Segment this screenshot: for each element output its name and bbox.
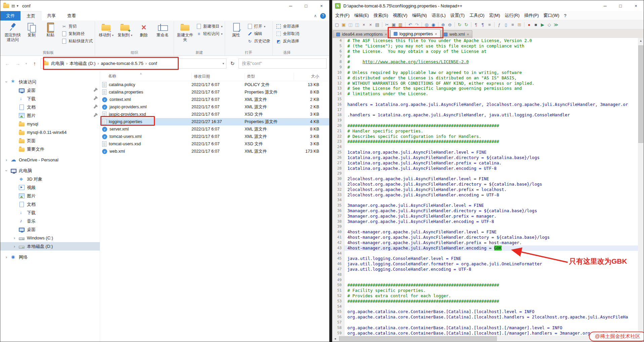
word-wrap-icon[interactable]: ¶ [473, 22, 479, 28]
macro-run-multiple-icon[interactable]: ≫ [553, 22, 559, 28]
help-icon[interactable]: ? [320, 13, 326, 19]
copy-button[interactable]: 复制 [23, 21, 41, 37]
file-row-tomcat-users.xsd[interactable]: tomcat-users.xsd2022/1/17 6:07XSD 文件3 KB [100, 140, 329, 148]
redo-icon[interactable]: ↷ [414, 22, 420, 28]
menu-宏(M)[interactable]: 宏(M) [487, 12, 503, 18]
expander-icon[interactable]: › [12, 244, 16, 249]
select-none-button[interactable]: 全部取消 [276, 31, 299, 37]
file-row-catalina.properties[interactable]: catalina.properties2022/1/17 6:07Propert… [100, 88, 329, 96]
sidebar-item-mysql-8[interactable]: mysql-8.0.11-winx64 [0, 128, 100, 137]
new-file-icon[interactable]: ▢ [334, 22, 340, 28]
back-icon[interactable]: ← [3, 61, 12, 66]
sync-horizontal-icon[interactable]: ↻ [463, 22, 469, 28]
menu-文件(F)[interactable]: 文件(F) [333, 12, 352, 18]
expander-icon[interactable]: › [4, 157, 8, 162]
up-icon[interactable]: ↑ [30, 61, 39, 66]
sidebar-item-this-pc[interactable]: ›此电脑 [0, 166, 100, 175]
menu-?[interactable]: ? [562, 13, 569, 18]
expander-icon[interactable]: › [4, 169, 9, 173]
undo-icon[interactable]: ↶ [407, 22, 413, 28]
file-row-context.xml[interactable]: econtext.xml2022/1/17 6:07XML 源文件2 KB [100, 96, 329, 103]
macro-record-icon[interactable]: ● [526, 22, 532, 28]
paste-shortcut-button[interactable]: 粘贴快捷方式 [61, 38, 93, 44]
npp-editor[interactable]: 4# The ASF licenses this file to You und… [332, 38, 638, 336]
tab-view[interactable]: 查看 [61, 11, 82, 21]
tab-home[interactable]: 主页 [20, 11, 41, 21]
open-button[interactable]: 打开▾ [247, 24, 270, 29]
macro-play-icon[interactable]: ▶ [540, 22, 546, 28]
move-to-button[interactable]: → 移动到 ▾ [97, 21, 115, 38]
sidebar-item-important[interactable]: 重要文件 [0, 145, 100, 153]
qat-icon[interactable]: ▤ [11, 4, 15, 8]
sidebar-item-pages[interactable]: 页面 [0, 137, 100, 145]
maximize-button[interactable]: □ [298, 0, 314, 11]
sidebar-item-pictures[interactable]: 图片 [0, 192, 100, 200]
qat-dropdown-icon[interactable]: ▾ [16, 4, 18, 8]
scroll-up-icon[interactable]: ▲ [638, 38, 644, 43]
new-item-button[interactable]: 新建项目▾ [196, 24, 223, 29]
doc-map-icon[interactable]: ▯ [503, 22, 509, 28]
save-icon[interactable]: ◫ [347, 22, 353, 28]
sidebar-item-downloads-pinned[interactable]: 下载 [0, 94, 100, 103]
easy-access-button[interactable]: ≡轻松访问▾ [196, 31, 223, 37]
sidebar-item-onedrive[interactable]: ›OneDrive - Personal [0, 156, 100, 164]
copy-icon[interactable]: ▣ [391, 22, 397, 28]
crumb-2[interactable]: apache-tomcat-8.5.75 [101, 61, 143, 66]
crumb-1[interactable]: 本地磁盘 (D:) [70, 61, 95, 67]
close-button[interactable]: × [314, 0, 329, 11]
file-row-server.xml[interactable]: eserver.xml2022/1/17 6:07XML 源文件8 KB [100, 125, 329, 133]
close-all-icon[interactable]: × [368, 22, 374, 28]
history-button[interactable]: ↻历史记录 [247, 38, 270, 44]
quick-access-toolbar[interactable]: ▤ ▾ [11, 4, 18, 8]
address-bar[interactable]: 此电脑›本地磁盘 (D:)›apache-tomcat-8.5.75›conf … [41, 59, 226, 69]
crumb-3[interactable]: conf [149, 61, 157, 66]
refresh-icon[interactable]: ↻ [228, 61, 237, 67]
expander-icon[interactable]: › [4, 80, 9, 84]
tab-share[interactable]: 共享 [41, 11, 61, 21]
notepad-close-button[interactable]: × [628, 0, 644, 11]
sidebar-item-mysql[interactable]: mysql [0, 120, 100, 128]
column-header-size[interactable]: 大小 [294, 73, 323, 80]
tab-file[interactable]: 文件 [0, 11, 20, 21]
sidebar-item-quick-access[interactable]: ›快速访问 [0, 78, 100, 86]
sidebar-item-desktop-pinned[interactable]: 桌面 [0, 86, 100, 94]
zoom-out-icon[interactable]: ⊖ [447, 22, 453, 28]
zoom-in-icon[interactable]: ⊕ [440, 22, 446, 28]
expander-icon[interactable]: › [12, 235, 16, 240]
function-list-icon[interactable]: ƒ [496, 22, 502, 28]
tab-close-icon[interactable]: × [467, 32, 469, 36]
copy-to-button[interactable]: + 复制到 ▾ [116, 21, 134, 38]
sidebar-item-pictures-pinned[interactable]: 图片 [0, 111, 100, 120]
paste-button[interactable]: 粘贴 [41, 21, 59, 37]
forward-icon[interactable]: → [13, 61, 22, 66]
close-doc-icon[interactable]: × [361, 22, 367, 28]
minimize-button[interactable]: ─ [283, 0, 298, 11]
macro-save-icon[interactable]: ◇ [546, 22, 552, 28]
edit-button[interactable]: 编辑 [247, 31, 270, 37]
save-all-icon[interactable]: ◫ [354, 22, 360, 28]
file-row-jaspic-providers.xsd[interactable]: jaspic-providers.xsd2022/1/17 6:07XSD 文件… [100, 111, 329, 118]
doc-tab-web.xml[interactable]: web.xml× [440, 30, 472, 38]
address-dropdown-icon[interactable]: ▾ [222, 62, 224, 65]
properties-button[interactable]: ✓ 属性 [227, 21, 245, 37]
doc-tab-logging.properties[interactable]: logging.properties× [390, 29, 440, 38]
tab-close-icon[interactable]: × [385, 32, 387, 36]
select-all-button[interactable]: 全部选择 [276, 24, 299, 29]
menu-语言(L)[interactable]: 语言(L) [429, 12, 448, 18]
cut-icon[interactable]: ✂ [384, 22, 390, 28]
column-header-type[interactable]: 类型 [245, 73, 294, 80]
column-header-date[interactable]: 修改日期 [191, 73, 245, 80]
horizontal-scroll-thumb[interactable] [339, 336, 497, 341]
paste-icon[interactable]: ▥ [397, 22, 403, 28]
print-icon[interactable]: ▤ [374, 22, 380, 28]
doc-list-icon[interactable]: ≡ [510, 22, 516, 28]
file-row-catalina.policy[interactable]: catalina.policy2022/1/17 6:07POLICY 文件13… [100, 81, 329, 88]
vertical-scrollbar[interactable]: ▲ ▼ [638, 38, 644, 336]
show-all-chars-icon[interactable]: ¶ [480, 22, 486, 28]
tab-close-icon[interactable]: × [435, 32, 437, 36]
pin-to-quick-access-button[interactable]: 固定到快速访问 [4, 21, 22, 42]
copy-path-button[interactable]: 复制路径 [61, 31, 93, 37]
new-folder-button[interactable]: 新建文件夹 [176, 21, 194, 42]
scroll-left-icon[interactable]: ◄ [332, 336, 338, 342]
crumb-0[interactable]: 此电脑 [51, 61, 64, 67]
